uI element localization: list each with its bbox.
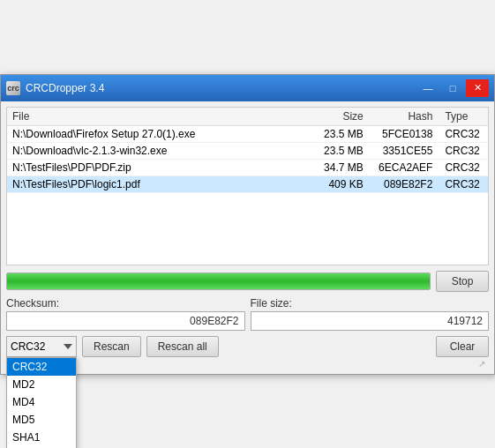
filesize-label: File size: [251,297,490,310]
clear-button[interactable]: Clear [436,336,489,357]
cell-size: 409 KB [317,175,369,192]
progress-bar [7,273,430,289]
rescan-all-button[interactable]: Rescan all [146,336,219,357]
minimize-button[interactable]: — [416,79,439,97]
checksum-label: Checksum: [6,297,245,310]
cell-hash: 3351CE55 [369,142,439,159]
filesize-group: File size: [251,297,490,331]
cell-file: N:\Download\vlc-2.1.3-win32.exe [7,142,317,159]
table-row[interactable]: N:\Download\vlc-2.1.3-win32.exe23.5 MB33… [7,142,488,159]
checksum-filesize-row: Checksum: File size: [6,297,489,331]
checksum-group: Checksum: [6,297,245,331]
col-header-size: Size [317,108,369,126]
resize-handle: ↗ [6,357,489,369]
table-row[interactable]: N:\TestFiles\PDF\PDF.zip34.7 MB6ECA2AEFC… [7,159,488,175]
cell-size: 23.5 MB [317,125,369,142]
dropdown-item-md5[interactable]: MD5 [7,411,76,429]
table-header-row: File Size Hash Type [7,108,488,126]
cell-hash: 089E82F2 [369,175,439,192]
checksum-input[interactable] [6,311,245,331]
col-header-file: File [7,108,317,126]
col-header-hash: Hash [369,108,439,126]
cell-size: 23.5 MB [317,142,369,159]
algorithm-dropdown-container: CRC32MD2MD4MD5SHA1SHA256SHA384SHA512CRC1… [6,336,77,357]
cell-file: N:\Download\Firefox Setup 27.0(1).exe [7,125,317,142]
algorithm-select[interactable]: CRC32MD2MD4MD5SHA1SHA256SHA384SHA512CRC1… [6,336,77,357]
cell-type: CRC32 [438,159,488,175]
algorithm-dropdown-overlay: CRC32MD2MD4MD5SHA1SHA256SHA384SHA512CRC1… [6,357,77,449]
window-title: CRCDropper 3.4 [26,82,104,94]
progress-bar-container [6,273,431,290]
cell-file: N:\TestFiles\PDF\PDF.zip [7,159,317,175]
cell-file: N:\TestFiles\PDF\logic1.pdf [7,175,317,192]
filesize-input[interactable] [251,311,490,331]
dropdown-item-md2[interactable]: MD2 [7,376,76,393]
cell-type: CRC32 [438,125,488,142]
cell-hash: 5FCE0138 [369,125,439,142]
maximize-button[interactable]: □ [441,79,464,97]
table-row[interactable]: N:\TestFiles\PDF\logic1.pdf409 KB089E82F… [7,175,488,192]
title-bar: crc CRCDropper 3.4 — □ ✕ [1,75,494,101]
table-row[interactable]: N:\Download\Firefox Setup 27.0(1).exe23.… [7,125,488,142]
progress-row: Stop [6,271,489,292]
cell-size: 34.7 MB [317,159,369,175]
app-icon: crc [6,81,20,95]
dropdown-item-md4[interactable]: MD4 [7,393,76,411]
cell-type: CRC32 [438,142,488,159]
title-bar-left: crc CRCDropper 3.4 [6,81,104,95]
cell-type: CRC32 [438,175,488,192]
file-table: File Size Hash Type N:\Download\Firefox … [7,108,488,193]
rescan-button[interactable]: Rescan [82,336,141,357]
col-header-type: Type [438,108,488,126]
dropdown-item-crc32[interactable]: CRC32 [7,358,76,376]
dropdown-item-sha1[interactable]: SHA1 [7,429,76,446]
main-window: crc CRCDropper 3.4 — □ ✕ File Size Hash … [0,74,495,375]
content-area: File Size Hash Type N:\Download\Firefox … [1,101,494,374]
controls-row: CRC32MD2MD4MD5SHA1SHA256SHA384SHA512CRC1… [6,336,489,357]
title-buttons: — □ ✕ [416,79,489,97]
close-button[interactable]: ✕ [466,79,489,97]
stop-button[interactable]: Stop [436,271,489,292]
file-table-wrapper: File Size Hash Type N:\Download\Firefox … [6,107,489,265]
cell-hash: 6ECA2AEF [369,159,439,175]
